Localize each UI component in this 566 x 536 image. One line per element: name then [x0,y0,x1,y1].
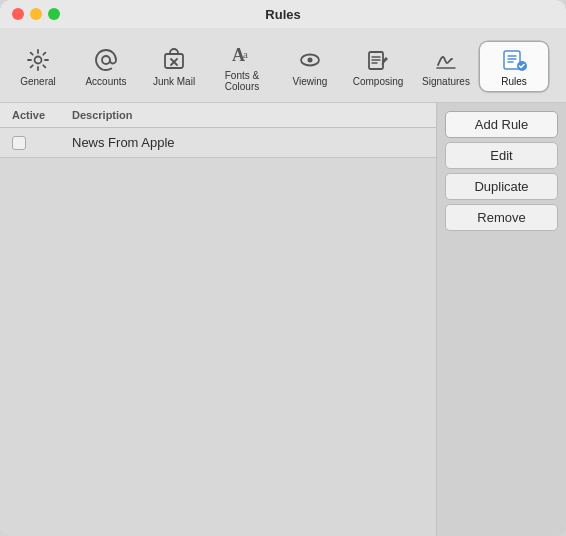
general-label: General [20,76,56,87]
empty-rules-area [0,158,436,536]
at-icon [92,46,120,74]
add-rule-button[interactable]: Add Rule [445,111,558,138]
rules-icon [500,46,528,74]
toolbar-item-composing[interactable]: Composing [344,42,412,91]
svg-point-1 [102,56,110,64]
composing-icon [364,46,392,74]
toolbar-item-viewing[interactable]: Viewing [276,42,344,91]
signatures-icon [432,46,460,74]
content-area: Active Description News From Apple ? Add… [0,103,566,536]
fonts-icon: A a [228,40,256,68]
eye-icon [296,46,324,74]
description-column-header: Description [72,109,133,121]
toolbar-item-accounts[interactable]: Accounts [72,42,140,91]
svg-text:a: a [243,48,248,60]
junk-icon [160,46,188,74]
main-window: Rules General Accounts [0,0,566,536]
viewing-label: Viewing [293,76,328,87]
composing-label: Composing [353,76,404,87]
toolbar-item-junk-mail[interactable]: Junk Mail [140,42,208,91]
svg-point-0 [35,56,42,63]
fonts-colours-label: Fonts & Colours [210,70,274,92]
rules-table-header: Active Description [0,103,436,128]
checkbox[interactable] [12,136,26,150]
title-bar: Rules [0,0,566,28]
junk-mail-label: Junk Mail [153,76,195,87]
toolbar: General Accounts Junk Mail [0,28,566,103]
rule-name: News From Apple [72,135,175,150]
toolbar-item-fonts-colours[interactable]: A a Fonts & Colours [208,36,276,96]
minimize-button[interactable] [30,8,42,20]
traffic-lights [12,8,60,20]
maximize-button[interactable] [48,8,60,20]
close-button[interactable] [12,8,24,20]
edit-button[interactable]: Edit [445,142,558,169]
duplicate-button[interactable]: Duplicate [445,173,558,200]
gear-icon [24,46,52,74]
rules-panel: Active Description News From Apple ? [0,103,436,536]
toolbar-item-rules[interactable]: Rules [480,42,548,91]
accounts-label: Accounts [85,76,126,87]
rule-active-checkbox[interactable] [12,136,72,150]
signatures-label: Signatures [422,76,470,87]
remove-button[interactable]: Remove [445,204,558,231]
table-row[interactable]: News From Apple [0,128,436,158]
active-column-header: Active [12,109,72,121]
window-title: Rules [265,7,300,22]
toolbar-item-general[interactable]: General [4,42,72,91]
svg-point-8 [308,57,313,62]
toolbar-item-signatures[interactable]: Signatures [412,42,480,91]
rules-actions-panel: Add Rule Edit Duplicate Remove [436,103,566,536]
rules-label: Rules [501,76,527,87]
